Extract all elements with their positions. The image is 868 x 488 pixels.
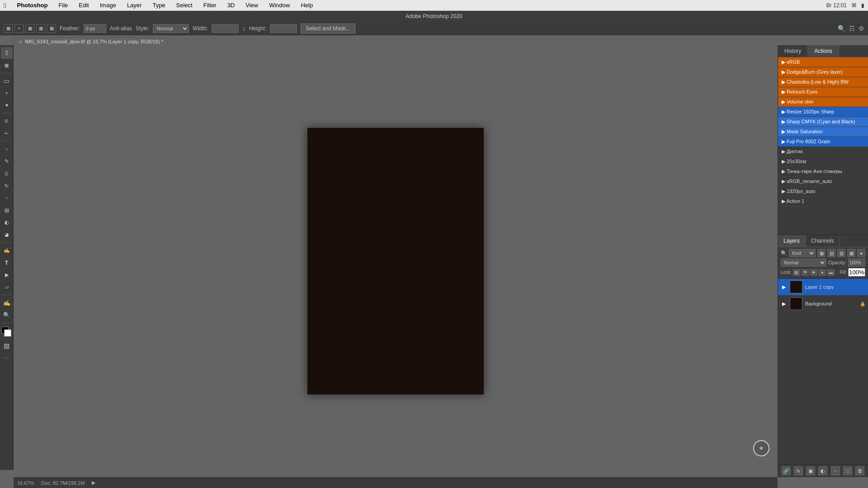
tab-channels[interactable]: Channels bbox=[806, 235, 840, 247]
blend-mode-select[interactable]: Normal bbox=[781, 258, 826, 267]
search-icon[interactable]: 🔍 bbox=[838, 25, 845, 32]
menu-layer[interactable]: Layer bbox=[125, 2, 144, 9]
kind-select[interactable]: Kind bbox=[789, 249, 816, 257]
swap-icon[interactable]: ↕ bbox=[242, 25, 245, 32]
feather-input[interactable] bbox=[84, 24, 106, 33]
tool-crop[interactable]: ⎘ bbox=[1, 115, 13, 127]
tool-spot-heal[interactable]: ○ bbox=[1, 143, 13, 155]
menu-3d[interactable]: 3D bbox=[226, 2, 237, 9]
action-mask-saturation[interactable]: ▶ Mask Saturation bbox=[778, 127, 868, 137]
tool-path-select[interactable]: ▶ bbox=[1, 269, 13, 281]
tab-history[interactable]: History bbox=[778, 45, 808, 57]
layers-panel: Layers Channels 🔍 Kind ▦ ▧ ▨ ▩ ● Normal … bbox=[778, 235, 868, 477]
layer-adj-btn[interactable]: ▨ bbox=[837, 249, 845, 257]
tool-eyedropper[interactable]: ✁ bbox=[1, 127, 13, 139]
action-dodge-burn[interactable]: ▶ Dodge&Burn (Grey layer) bbox=[778, 67, 868, 77]
doc-tab-close[interactable]: ✕ bbox=[19, 39, 22, 44]
tool-wand[interactable]: ✦ bbox=[1, 99, 13, 111]
tool-artboard[interactable]: ▦ bbox=[1, 59, 13, 71]
height-input[interactable] bbox=[270, 24, 297, 33]
action-1920px-auto[interactable]: ▶ 1920px_auto bbox=[778, 187, 868, 197]
action-chastotka[interactable]: ▶ Chastotka (Low & High) BW bbox=[778, 77, 868, 87]
tool-brush[interactable]: ✎ bbox=[1, 155, 13, 167]
background-color[interactable] bbox=[4, 329, 11, 337]
menu-image[interactable]: Image bbox=[98, 2, 118, 9]
tool-clone[interactable]: ⎙ bbox=[1, 168, 13, 179]
canvas-area bbox=[14, 45, 778, 477]
new-layer-btn[interactable]: □ bbox=[843, 466, 852, 475]
options-icon[interactable]: ⚙ bbox=[859, 25, 864, 32]
layer-smart-btn[interactable]: ▩ bbox=[847, 249, 855, 257]
action-srgb[interactable]: ▶ sRGB bbox=[778, 57, 868, 67]
opacity-input[interactable] bbox=[848, 258, 865, 267]
action-point-dash[interactable]: ▶ Точка-тире Аня стикеры bbox=[778, 167, 868, 177]
lock-position-btn[interactable]: ⚑ bbox=[802, 269, 809, 276]
layer-new-group-btn[interactable]: ▦ bbox=[817, 249, 826, 257]
tool-move[interactable]: ⇧ bbox=[1, 47, 13, 59]
tool-eraser[interactable]: ▫ bbox=[1, 192, 13, 204]
new-adj-btn[interactable]: ◐ bbox=[818, 466, 827, 475]
action-sharp-cmyk[interactable]: ▶ Sharp CMYK (Cyan and Black) bbox=[778, 117, 868, 127]
select-mask-button[interactable]: Select and Mask... bbox=[301, 23, 355, 33]
style-select[interactable]: Normal bbox=[153, 24, 189, 33]
menu-type[interactable]: Type bbox=[151, 2, 167, 9]
width-input[interactable] bbox=[212, 24, 239, 33]
tool-type[interactable]: T bbox=[1, 257, 13, 268]
canvas-image bbox=[307, 128, 484, 394]
layer-filter-btn[interactable]: ▧ bbox=[827, 249, 835, 257]
tool-gradient[interactable]: ▤ bbox=[1, 204, 13, 216]
layer-eye-background[interactable]: ▶ bbox=[781, 300, 787, 307]
action-diptych[interactable]: ▶ Диптих bbox=[778, 147, 868, 157]
action-fuji-grain[interactable]: ▶ Fuji Pro 800Z Grain bbox=[778, 137, 868, 147]
tab-actions[interactable]: Actions bbox=[808, 45, 839, 57]
tool-lasso[interactable]: ⚬ bbox=[1, 87, 13, 99]
menu-filter[interactable]: Filter bbox=[202, 2, 218, 9]
tool-extra-2[interactable]: ⋯ bbox=[1, 352, 13, 364]
tool-history-brush[interactable]: ↻ bbox=[1, 180, 13, 192]
action-volume-skin[interactable]: ▶ Volume skin bbox=[778, 97, 868, 107]
menu-select[interactable]: Select bbox=[175, 2, 194, 9]
tool-marquee-rect[interactable]: ▭ bbox=[1, 75, 13, 87]
layer-onoff-btn[interactable]: ● bbox=[857, 249, 865, 257]
action-1[interactable]: ▶ Action 1 bbox=[778, 197, 868, 206]
layer-row-background[interactable]: ▶ Background 🔒 bbox=[778, 296, 868, 312]
tool-dodge[interactable]: ◕ bbox=[1, 229, 13, 240]
action-resize[interactable]: ▶ Resize 1920px Sharp bbox=[778, 107, 868, 117]
lock-all-btn[interactable]: ● bbox=[819, 269, 826, 276]
layer-row-copy[interactable]: ▶ Layer 1 copy bbox=[778, 279, 868, 296]
workspace-icon[interactable]: ☶ bbox=[849, 25, 855, 32]
menu-help[interactable]: Help bbox=[299, 2, 315, 9]
menu-view[interactable]: View bbox=[244, 2, 260, 9]
lock-pixels-btn[interactable]: ▦ bbox=[793, 269, 800, 276]
action-20x30[interactable]: ▶ 20x30см bbox=[778, 157, 868, 167]
delete-layer-btn[interactable]: 🗑 bbox=[855, 466, 864, 475]
tool-pen[interactable]: ✍ bbox=[1, 244, 13, 256]
tool-hand[interactable]: ✍ bbox=[1, 297, 13, 309]
layer-eye-copy[interactable]: ▶ bbox=[781, 284, 787, 290]
menu-window[interactable]: Window bbox=[267, 2, 292, 9]
toolbar-separator-1 bbox=[2, 73, 11, 73]
menu-photoshop[interactable]: Photoshop bbox=[15, 2, 49, 9]
menu-file[interactable]: File bbox=[57, 2, 70, 9]
action-retouch-eyes[interactable]: ▶ Retouch Eyes bbox=[778, 87, 868, 97]
action-srgb-rename[interactable]: ▶ sRGB_rename_auto bbox=[778, 177, 868, 187]
history-actions-tabs: History Actions bbox=[778, 45, 868, 57]
lock-artboard-btn[interactable]: ✚ bbox=[810, 269, 817, 276]
add-style-btn[interactable]: fx bbox=[794, 466, 803, 475]
actions-list: ▶ sRGB ▶ Dodge&Burn (Grey layer) ▶ Chast… bbox=[778, 57, 868, 235]
tool-blur[interactable]: ◐ bbox=[1, 216, 13, 228]
fill-input[interactable] bbox=[848, 268, 865, 277]
fg-bg-colors[interactable] bbox=[1, 327, 12, 338]
link-layers-btn[interactable]: 🔗 bbox=[782, 466, 791, 475]
tool-extra-1[interactable]: ▧ bbox=[1, 340, 13, 352]
zoom-level: 16.67% bbox=[17, 480, 34, 486]
app-title: Adobe Photoshop 2020 bbox=[406, 13, 462, 19]
add-mask-btn[interactable]: ▣ bbox=[806, 466, 815, 475]
lock-extra-btn[interactable]: ▬ bbox=[827, 269, 835, 276]
new-group-btn[interactable]: ▫ bbox=[831, 466, 840, 475]
tool-zoom[interactable]: 🔍 bbox=[1, 309, 13, 321]
doc-tab[interactable]: ✕ IMG_6343_плохой_фон.tif @ 16,7% (Layer… bbox=[14, 38, 168, 45]
tool-shape[interactable]: ▱ bbox=[1, 281, 13, 293]
tab-layers[interactable]: Layers bbox=[778, 235, 806, 247]
menu-edit[interactable]: Edit bbox=[77, 2, 90, 9]
